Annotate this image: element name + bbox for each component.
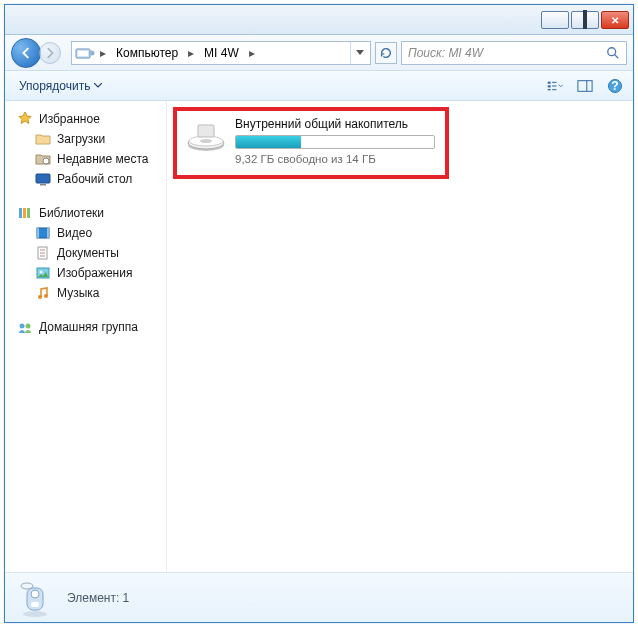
sidebar-item-label: Недавние места [57,152,148,166]
svg-rect-11 [578,80,592,91]
star-icon [17,111,33,127]
sidebar-item-desktop[interactable]: Рабочий стол [9,169,162,189]
svg-point-15 [43,158,49,164]
drive-usage-fill [236,136,301,148]
preview-pane-button[interactable] [573,75,597,97]
address-dropdown-button[interactable] [350,42,368,64]
svg-point-29 [40,271,43,274]
close-icon [611,13,619,27]
toolbar: Упорядочить ? [5,71,633,101]
drive-usage-bar [235,135,435,149]
svg-rect-7 [548,88,551,89]
search-input[interactable]: Поиск: MI 4W [401,41,627,65]
device-icon [74,45,96,61]
drive-info: Внутренний общий накопитель 9,32 ГБ своб… [235,117,435,165]
sidebar-libraries: Библиотеки Видео Документы Изображения М… [9,203,162,303]
desktop-icon [35,171,51,187]
breadcrumb-computer[interactable]: Компьютер [110,42,184,64]
svg-rect-20 [27,208,30,218]
help-button[interactable]: ? [603,75,627,97]
organize-label: Упорядочить [19,79,90,93]
device-large-icon [17,578,53,618]
arrow-right-icon [43,46,57,60]
svg-rect-16 [36,174,50,183]
chevron-right-icon: ▸ [184,46,198,60]
sidebar-item-label: Изображения [57,266,132,280]
refresh-button[interactable] [375,42,397,64]
search-placeholder: Поиск: MI 4W [408,46,483,60]
drive-free-text: 9,32 ГБ свободно из 14 ГБ [235,153,435,165]
organize-button[interactable]: Упорядочить [11,75,110,97]
highlighted-drive-item[interactable]: Внутренний общий накопитель 9,32 ГБ своб… [173,107,449,179]
svg-rect-19 [23,208,26,218]
svg-point-31 [44,294,48,298]
sidebar-favorites-header[interactable]: Избранное [9,109,162,129]
refresh-icon [379,46,393,60]
search-icon [606,46,620,60]
maximize-button[interactable] [571,11,599,29]
sidebar-item-pictures[interactable]: Изображения [9,263,162,283]
sidebar-item-label: Видео [57,226,92,240]
svg-point-43 [21,583,33,589]
address-bar[interactable]: ▸ Компьютер ▸ MI 4W ▸ [71,41,371,65]
titlebar [5,5,633,35]
help-icon: ? [607,78,623,94]
view-icon [547,78,563,94]
forward-button[interactable] [39,42,61,64]
svg-point-3 [608,47,616,55]
sidebar-item-label: Загрузки [57,132,105,146]
svg-line-4 [615,54,619,58]
svg-point-2 [90,50,95,55]
minimize-button[interactable] [541,11,569,29]
sidebar-homegroup: Домашняя группа [9,317,162,337]
svg-rect-17 [40,184,46,186]
sidebar-item-documents[interactable]: Документы [9,243,162,263]
sidebar-homegroup-header[interactable]: Домашняя группа [9,317,162,337]
svg-text:?: ? [611,79,618,93]
nav-row: ▸ Компьютер ▸ MI 4W ▸ Поиск: MI 4W [5,35,633,71]
sidebar-item-music[interactable]: Музыка [9,283,162,303]
sidebar-item-label: Рабочий стол [57,172,132,186]
svg-rect-18 [19,208,22,218]
svg-rect-23 [47,228,49,238]
breadcrumb-device[interactable]: MI 4W [198,42,245,64]
chevron-right-icon: ▸ [96,46,110,60]
sidebar-item-downloads[interactable]: Загрузки [9,129,162,149]
body: Избранное Загрузки Недавние места Рабочи… [5,101,633,572]
svg-point-30 [38,295,42,299]
sidebar-favorites: Избранное Загрузки Недавние места Рабочи… [9,109,162,189]
chevron-right-icon: ▸ [245,46,259,60]
svg-point-33 [26,324,31,329]
svg-rect-6 [548,85,551,87]
svg-point-37 [200,139,212,143]
close-button[interactable] [601,11,629,29]
folder-recent-icon [35,151,51,167]
svg-rect-38 [198,125,214,137]
homegroup-icon [17,319,33,335]
svg-rect-42 [31,602,39,607]
sidebar-group-label: Домашняя группа [39,320,138,334]
svg-point-41 [31,590,39,598]
chevron-down-icon [356,50,364,56]
breadcrumb-label: Компьютер [116,46,178,60]
drive-name: Внутренний общий накопитель [235,117,435,131]
content-pane[interactable]: Внутренний общий накопитель 9,32 ГБ своб… [167,101,633,572]
sidebar-item-label: Документы [57,246,119,260]
sidebar-group-label: Избранное [39,112,100,126]
sidebar-libraries-header[interactable]: Библиотеки [9,203,162,223]
chevron-down-icon [94,83,102,88]
arrow-left-icon [19,46,33,60]
sidebar-item-recent[interactable]: Недавние места [9,149,162,169]
sidebar-item-video[interactable]: Видео [9,223,162,243]
view-options-button[interactable] [543,75,567,97]
back-button[interactable] [11,38,41,68]
svg-rect-1 [78,51,88,56]
svg-rect-5 [548,81,551,83]
sidebar-group-label: Библиотеки [39,206,104,220]
svg-rect-22 [37,228,39,238]
preview-pane-icon [577,79,593,93]
nav-buttons [11,38,67,68]
maximize-icon [583,13,587,27]
breadcrumb-label: MI 4W [204,46,239,60]
video-icon [35,225,51,241]
